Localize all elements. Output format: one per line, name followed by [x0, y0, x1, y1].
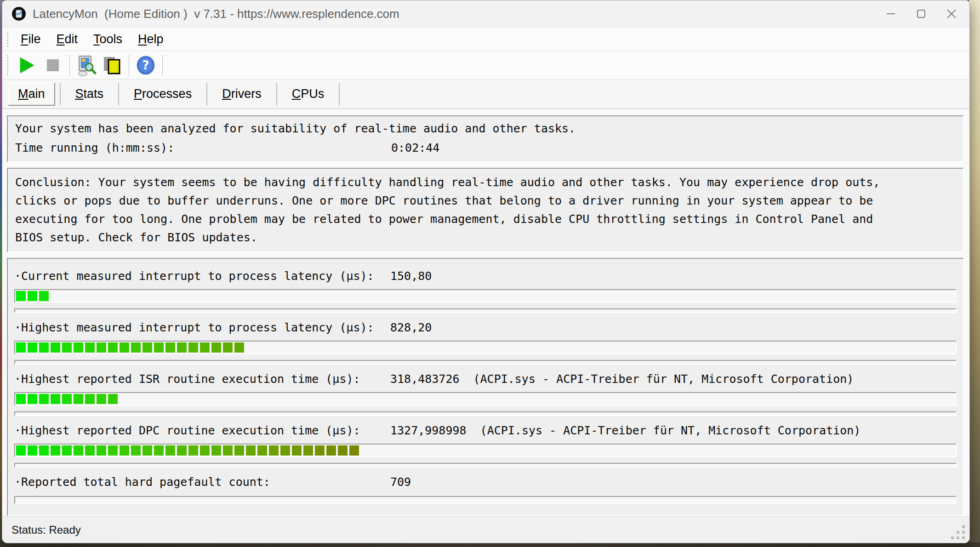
- bar-segment: [85, 394, 95, 404]
- bar-segment: [74, 342, 83, 353]
- measurement-row: ·Highest measured interrupt to process l…: [14, 319, 957, 365]
- bar-segment: [223, 342, 233, 353]
- question-mark-icon: ?: [135, 55, 156, 76]
- monitor-magnifier-icon: [75, 54, 97, 76]
- menu-help[interactable]: Help: [131, 32, 170, 46]
- measurement-label: ·Highest reported DPC routine execution …: [14, 422, 390, 439]
- bar-segment: [108, 342, 118, 353]
- bar-segment: [85, 342, 95, 353]
- bar-segment: [97, 394, 106, 404]
- menu-gripper[interactable]: [7, 32, 10, 46]
- stacked-pages-icon: [101, 54, 123, 76]
- measurements-panel: ·Current measured interrupt to process l…: [7, 258, 964, 516]
- bar-segment: [303, 445, 313, 456]
- bar-segment: [142, 342, 152, 353]
- bar-baseline: [14, 360, 957, 365]
- bar-segment: [28, 394, 37, 404]
- measurement-driver-info: (ACPI.sys - ACPI-Treiber für NT, Microso…: [473, 371, 854, 387]
- bar-segment: [39, 394, 49, 404]
- measurement-value: 709: [390, 474, 411, 490]
- report-button[interactable]: [99, 53, 125, 78]
- bar-baseline: [14, 411, 957, 416]
- bar-segment: [39, 445, 49, 456]
- bar-segment: [28, 342, 37, 353]
- menu-tools[interactable]: Tools: [87, 32, 129, 46]
- bar-segment: [211, 342, 221, 353]
- bar-segment: [223, 445, 233, 456]
- time-running-label: Time running (h:mm:ss):: [15, 138, 391, 158]
- bar-segment: [39, 291, 49, 301]
- bar-segment: [51, 394, 60, 404]
- bar-segment: [120, 342, 129, 353]
- bar-segment: [108, 394, 118, 404]
- tab-processes[interactable]: Processes: [124, 82, 202, 106]
- bar-segment: [280, 445, 290, 456]
- bar-segment: [62, 445, 72, 456]
- measurement-label: ·Reported total hard pagefault count:: [14, 474, 390, 490]
- bar-segment: [257, 445, 267, 456]
- help-button[interactable]: ?: [133, 53, 159, 78]
- tab-drivers[interactable]: Drivers: [212, 82, 272, 106]
- bar-segment: [62, 394, 72, 404]
- menu-items: FileEditToolsHelp: [14, 32, 173, 46]
- minimize-button[interactable]: [876, 0, 906, 27]
- bar-segment: [234, 445, 244, 456]
- stop-monitor-button[interactable]: [40, 53, 66, 78]
- minimize-icon: [886, 9, 896, 19]
- bar-segment: [326, 445, 336, 456]
- toolbar-gripper[interactable]: [7, 55, 10, 75]
- menu-bar: FileEditToolsHelp: [2, 27, 969, 51]
- bar-segment: [200, 445, 210, 456]
- tab-stats[interactable]: Stats: [65, 82, 114, 106]
- measurement-row: ·Highest reported DPC routine execution …: [14, 422, 957, 467]
- bar-segment: [142, 445, 152, 456]
- bar-segment: [246, 445, 256, 456]
- tab-separator: [60, 83, 61, 105]
- close-icon: [946, 8, 957, 19]
- conclusion-text-line: clicks or pops due to buffer underruns. …: [15, 192, 956, 210]
- analyze-button[interactable]: [74, 53, 99, 78]
- bar-segment: [74, 445, 83, 456]
- summary-text: Your system has been analyzed for suitab…: [15, 119, 956, 138]
- menu-edit[interactable]: Edit: [50, 32, 85, 46]
- tab-cpus[interactable]: CPUs: [282, 82, 335, 106]
- bar-segment: [188, 445, 198, 456]
- measurement-label: ·Highest reported ISR routine execution …: [14, 371, 390, 387]
- measurement-value: 150,80: [390, 268, 432, 285]
- bar-segment: [74, 394, 83, 404]
- window-title: LatencyMon (Home Edition ) v 7.31 - http…: [33, 7, 876, 21]
- bar-baseline: [14, 463, 957, 467]
- tab-main[interactable]: Main: [8, 82, 55, 106]
- bar-segment: [188, 342, 198, 353]
- maximize-button[interactable]: [906, 0, 936, 27]
- bar-segment: [154, 445, 164, 456]
- measurement-row: ·Reported total hard pagefault count: 70…: [14, 474, 957, 504]
- bar-segment: [39, 342, 49, 353]
- measurement-value: 318,483726: [390, 371, 460, 387]
- tab-separator: [339, 83, 340, 105]
- bar-segment: [120, 445, 129, 456]
- analysis-summary-panel: Your system has been analyzed for suitab…: [7, 115, 964, 162]
- bar-segment: [211, 445, 221, 456]
- svg-text:?: ?: [142, 58, 149, 72]
- menu-file[interactable]: File: [14, 32, 47, 46]
- bar-segment: [108, 445, 118, 456]
- stop-icon: [47, 59, 59, 71]
- bar-baseline: [14, 308, 957, 313]
- measurement-label: ·Current measured interrupt to process l…: [14, 268, 390, 285]
- play-icon: [20, 57, 34, 73]
- status-text: Status: Ready: [11, 524, 81, 536]
- resize-grip[interactable]: [949, 524, 965, 539]
- latency-bar: [14, 341, 957, 354]
- title-bar[interactable]: LatencyMon (Home Edition ) v 7.31 - http…: [2, 0, 969, 27]
- bar-segment: [338, 445, 348, 456]
- bar-segment: [349, 445, 359, 456]
- bar-segment: [269, 445, 279, 456]
- toolbar-separator: [162, 55, 163, 76]
- start-monitor-button[interactable]: [14, 53, 40, 78]
- bar-segment: [85, 445, 95, 456]
- close-button[interactable]: [936, 0, 967, 27]
- bar-segment: [131, 445, 141, 456]
- bar-segment: [315, 445, 325, 456]
- desktop-background-right: [969, 0, 980, 547]
